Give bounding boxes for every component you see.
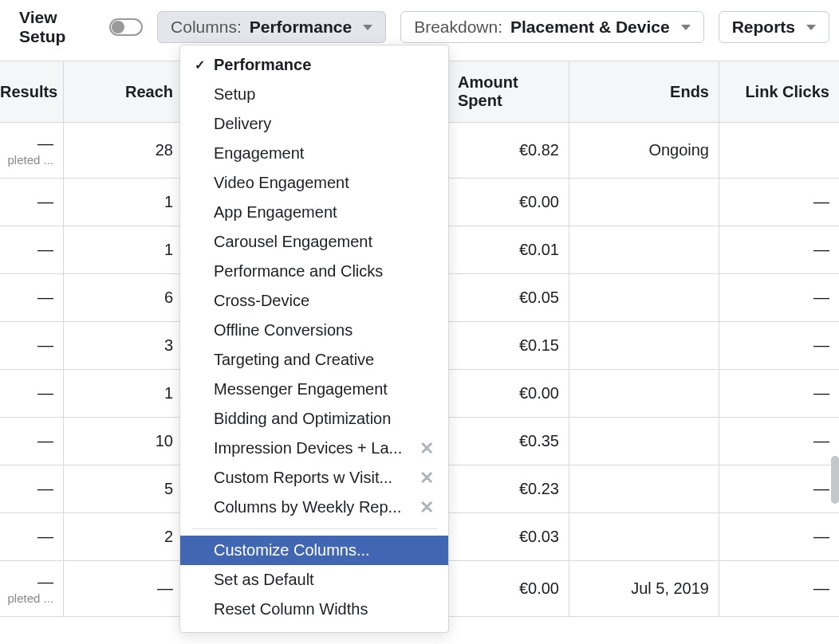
cell-amount: €0.05 [448,274,569,321]
breakdown-prefix: Breakdown: [414,18,502,37]
breakdown-value: Placement & Device [510,18,670,37]
close-icon[interactable]: ✕ [420,438,434,459]
cell-reach: 1 [64,179,183,226]
columns-preset-item[interactable]: Custom Reports w Visit...✕ [180,463,448,493]
chevron-down-icon [363,25,372,30]
dropdown-separator [191,528,437,529]
results-value: — [37,432,53,450]
cell-reach: 2 [64,513,183,560]
preset-label: Carousel Engagement [214,233,372,251]
close-icon[interactable]: ✕ [420,497,434,518]
scrollbar-thumb[interactable] [831,456,839,504]
view-setup-toggle[interactable]: View Setup [19,8,143,46]
cell-results: — [0,274,64,321]
columns-preset-item[interactable]: Offline Conversions [180,316,448,345]
cell-results: — [0,513,64,560]
cell-reach: 3 [64,322,183,369]
cell-clicks: — [719,322,839,369]
cell-ends [569,465,719,512]
preset-label: Engagement [214,144,304,163]
cell-ends [569,274,719,321]
cell-ends [569,179,719,226]
preset-label: Performance and Clicks [214,262,383,281]
cell-results: — [0,418,64,465]
preset-label: Performance [214,56,311,74]
cell-amount: €0.00 [448,370,569,417]
preset-label: Bidding and Optimization [214,410,391,428]
cell-clicks: — [719,418,839,465]
cell-reach: 5 [64,465,183,512]
preset-label: Impression Devices + La... [214,439,402,457]
cell-ends [569,513,719,560]
action-label: Customize Columns... [214,541,370,560]
columns-preset-item[interactable]: Engagement [180,139,448,168]
col-header-reach[interactable]: Reach [64,61,183,122]
columns-preset-item[interactable]: Impression Devices + La...✕ [180,434,448,463]
columns-preset-item[interactable]: Bidding and Optimization [180,404,448,434]
columns-dropdown-menu: ✓PerformanceSetupDeliveryEngagementVideo… [179,45,449,633]
results-value: — [37,384,53,402]
cell-amount: €0.82 [448,123,569,178]
cell-reach: 6 [64,274,183,321]
results-value: — [37,573,53,591]
cell-ends: Ongoing [569,123,719,178]
columns-value: Performance [250,18,352,37]
close-icon[interactable]: ✕ [420,468,434,489]
cell-amount: €0.00 [448,561,569,616]
toggle-switch-icon[interactable] [109,18,143,36]
results-value: — [37,528,53,546]
cell-ends [569,418,719,465]
cell-clicks [719,123,839,178]
cell-results: —pleted ... [0,561,64,616]
action-label: Set as Default [214,571,314,589]
cell-clicks: — [719,561,839,616]
cell-clicks: — [719,465,839,512]
columns-prefix: Columns: [171,18,242,37]
reports-label: Reports [732,18,795,37]
cell-clicks: — [719,179,839,226]
results-subtext: pleted ... [7,591,53,605]
columns-preset-item[interactable]: Performance and Clicks [180,257,448,286]
columns-preset-item[interactable]: Setup [180,80,448,109]
col-header-clicks[interactable]: Link Clicks [719,61,839,122]
col-header-ends[interactable]: Ends [569,61,719,122]
cell-amount: €0.15 [448,322,569,369]
col-header-results[interactable]: Results [0,61,64,122]
columns-preset-item[interactable]: Cross-Device [180,286,448,316]
columns-preset-item[interactable]: Targeting and Creative [180,345,448,375]
cell-clicks: — [719,274,839,321]
columns-preset-item[interactable]: App Engagement [180,198,448,227]
columns-action-item[interactable]: Set as Default [180,565,448,595]
preset-label: Targeting and Creative [214,351,374,369]
columns-preset-item[interactable]: ✓Performance [180,50,448,80]
preset-label: Custom Reports w Visit... [214,469,392,487]
columns-action-item[interactable]: Customize Columns... [180,536,448,565]
columns-preset-item[interactable]: Messenger Engagement [180,375,448,404]
cell-reach: — [64,561,183,616]
columns-preset-item[interactable]: Carousel Engagement [180,227,448,257]
preset-label: Setup [214,85,255,104]
cell-ends [569,322,719,369]
columns-preset-item[interactable]: Delivery [180,109,448,139]
preset-label: Video Engagement [214,174,349,192]
columns-preset-item[interactable]: Video Engagement [180,168,448,198]
cell-ends [569,370,719,417]
cell-reach: 10 [64,418,183,465]
cell-clicks: — [719,513,839,560]
col-header-amount[interactable]: Amount Spent [448,61,569,122]
preset-label: Messenger Engagement [214,380,388,399]
cell-results: — [0,465,64,512]
columns-preset-item[interactable]: Columns by Weekly Rep...✕ [180,493,448,522]
cell-ends [569,226,719,273]
breakdown-dropdown-button[interactable]: Breakdown: Placement & Device [400,11,704,43]
cell-results: —pleted ... [0,123,64,178]
results-value: — [37,241,53,259]
results-value: — [37,336,53,355]
cell-results: — [0,322,64,369]
columns-dropdown-button[interactable]: Columns: Performance [157,11,386,43]
cell-reach: 1 [64,370,183,417]
columns-action-item[interactable]: Reset Column Widths [180,595,448,624]
reports-dropdown-button[interactable]: Reports [719,11,829,43]
preset-label: Delivery [214,115,271,133]
chevron-down-icon [806,25,816,30]
